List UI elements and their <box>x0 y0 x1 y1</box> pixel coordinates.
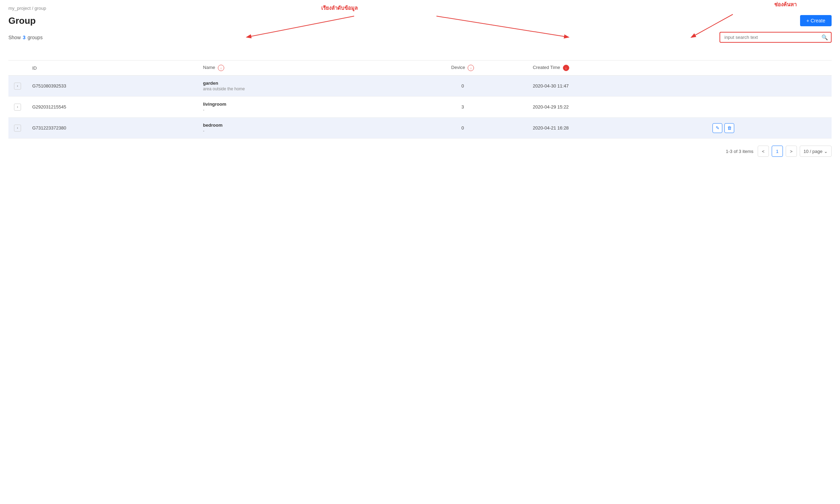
page-size-label: 10 / page <box>804 149 822 154</box>
groups-table: ID Name ↓ Device ↓ Created Time ↓ <box>8 60 832 139</box>
name-cell: livingroom - <box>198 97 398 118</box>
group-desc: - <box>203 107 393 112</box>
dropdown-icon: ⌄ <box>824 149 828 154</box>
page-title: Group <box>8 15 36 26</box>
group-name: garden <box>203 80 393 86</box>
toolbar-row: Show 3 groups 🔍 <box>8 32 832 43</box>
group-desc: - <box>203 128 393 133</box>
col-created-time[interactable]: Created Time ↓ <box>527 61 707 76</box>
actions-cell: ✎ 🗑 <box>707 118 832 139</box>
breadcrumb-separator: / <box>32 6 33 11</box>
created-time-cell: 2020-04-21 16:28 <box>527 118 707 139</box>
next-page-button[interactable]: > <box>786 146 797 157</box>
expand-cell: › <box>8 118 27 139</box>
breadcrumb-project[interactable]: my_project <box>8 6 31 11</box>
create-button[interactable]: + Create <box>800 15 832 26</box>
expand-button[interactable]: › <box>14 104 21 111</box>
action-buttons: ✎ 🗑 <box>712 123 826 133</box>
group-count: 3 <box>23 35 26 40</box>
id-cell: G731223372380 <box>27 118 198 139</box>
device-cell: 0 <box>398 118 527 139</box>
col-name[interactable]: Name ↓ <box>198 61 398 76</box>
group-name: livingroom <box>203 102 393 107</box>
table-row: › G731223372380 bedroom - 0 2020-04-21 1… <box>8 118 832 139</box>
header-row: Group + Create <box>8 15 832 26</box>
table-header-row: ID Name ↓ Device ↓ Created Time ↓ <box>8 61 832 76</box>
expand-cell: › <box>8 76 27 97</box>
next-icon: > <box>790 149 793 154</box>
id-cell: G292031215545 <box>27 97 198 118</box>
col-expand <box>8 61 27 76</box>
prev-page-button[interactable]: < <box>758 146 769 157</box>
expand-button[interactable]: › <box>14 125 21 132</box>
device-sort-icon[interactable]: ↓ <box>468 65 474 71</box>
table-row: › G751080392533 garden area outside the … <box>8 76 832 97</box>
search-input[interactable] <box>719 32 832 43</box>
id-cell: G751080392533 <box>27 76 198 97</box>
delete-icon: 🗑 <box>727 125 732 131</box>
group-desc: area outside the home <box>203 86 393 91</box>
actions-cell <box>707 76 832 97</box>
delete-button[interactable]: 🗑 <box>724 123 734 133</box>
show-count: Show 3 groups <box>8 35 43 40</box>
name-cell: bedroom - <box>198 118 398 139</box>
expand-cell: › <box>8 97 27 118</box>
show-label: Show <box>8 35 21 40</box>
breadcrumb: my_project / group <box>8 6 832 11</box>
edit-button[interactable]: ✎ <box>712 123 722 133</box>
group-name: bedroom <box>203 122 393 128</box>
col-device[interactable]: Device ↓ <box>398 61 527 76</box>
device-cell: 3 <box>398 97 527 118</box>
prev-icon: < <box>762 149 765 154</box>
expand-button[interactable]: › <box>14 83 21 90</box>
table-row: › G292031215545 livingroom - 3 2020-04-2… <box>8 97 832 118</box>
pagination-info: 1-3 of 3 items <box>726 149 753 154</box>
name-sort-icon[interactable]: ↓ <box>218 65 224 71</box>
created-time-cell: 2020-04-29 15:22 <box>527 97 707 118</box>
current-page-button[interactable]: 1 <box>772 146 783 157</box>
page-size-button[interactable]: 10 / page ⌄ <box>800 146 832 157</box>
created-time-cell: 2020-04-30 11:47 <box>527 76 707 97</box>
name-cell: garden area outside the home <box>198 76 398 97</box>
groups-label: groups <box>28 35 43 40</box>
actions-cell <box>707 97 832 118</box>
search-box: 🔍 <box>719 32 832 43</box>
edit-icon: ✎ <box>716 125 719 131</box>
created-time-sort-icon[interactable]: ↓ <box>563 65 569 71</box>
device-cell: 0 <box>398 76 527 97</box>
col-id: ID <box>27 61 198 76</box>
col-actions <box>707 61 832 76</box>
breadcrumb-page: group <box>34 6 46 11</box>
search-icon: 🔍 <box>821 34 828 41</box>
pagination-row: 1-3 of 3 items < 1 > 10 / page ⌄ <box>8 139 832 157</box>
